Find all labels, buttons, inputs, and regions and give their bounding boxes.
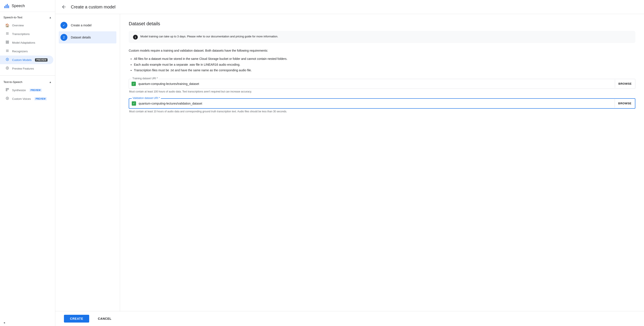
training-browse-button[interactable]: BROWSE bbox=[615, 80, 635, 88]
sidebar-item-label: Transcriptions bbox=[12, 32, 30, 36]
speech-to-text-header[interactable]: Speech-to-Text ▲ bbox=[0, 14, 55, 21]
collapse-icon: ◂ bbox=[4, 321, 5, 324]
sidebar-item-custom-models[interactable]: Custom Models PREVIEW bbox=[0, 56, 53, 64]
sidebar-item-recognizers[interactable]: Recognizers bbox=[0, 47, 53, 56]
main-content: Create a custom model ✓ Create a model 2… bbox=[55, 0, 644, 326]
dataset-title: Dataset details bbox=[129, 21, 635, 26]
back-button[interactable] bbox=[60, 4, 68, 10]
validation-uri-field-group: Validation dataset URI * ✓ BROWSE Must c… bbox=[129, 98, 635, 113]
svg-rect-16 bbox=[6, 88, 7, 90]
text-to-speech-header[interactable]: Text-to-Speech ▲ bbox=[0, 78, 55, 86]
home-icon: 🏠 bbox=[5, 23, 10, 28]
stepper-panel: ✓ Create a model 2 Dataset details bbox=[55, 14, 120, 311]
app-logo bbox=[4, 4, 9, 8]
svg-rect-18 bbox=[6, 90, 7, 91]
step-label: Create a model bbox=[71, 24, 92, 27]
svg-rect-4 bbox=[8, 41, 9, 42]
sidebar-item-custom-voices[interactable]: Custom Voices PREVIEW bbox=[0, 94, 53, 103]
sidebar-item-label: Model Adaptations bbox=[12, 41, 35, 44]
text-to-speech-label: Text-to-Speech bbox=[4, 80, 22, 84]
validation-uri-input[interactable] bbox=[136, 99, 615, 108]
training-uri-wrapper: Training dataset URI * ✓ BROWSE bbox=[129, 79, 635, 89]
chart-icon bbox=[5, 40, 10, 45]
validation-uri-hint: Must contain at least 10 hours of audio … bbox=[129, 110, 635, 113]
sidebar-item-label: Custom Models bbox=[12, 58, 32, 62]
requirement-item: Each audio example must be a separate .w… bbox=[134, 62, 635, 67]
step-label-active: Dataset details bbox=[71, 36, 91, 39]
requirements-list: All files for a dataset must be stored i… bbox=[129, 56, 635, 72]
text-to-speech-section: Text-to-Speech ▲ Synthesize PREVIEW Cust… bbox=[0, 76, 55, 105]
sidebar-collapse[interactable]: ◂ bbox=[0, 319, 55, 326]
svg-rect-5 bbox=[6, 42, 7, 44]
requirement-item: All files for a dataset must be stored i… bbox=[134, 56, 635, 61]
list-icon bbox=[5, 32, 10, 36]
preview-features-icon bbox=[5, 66, 10, 71]
chevron-up-icon-tts: ▲ bbox=[49, 80, 52, 84]
chevron-up-icon: ▲ bbox=[49, 16, 52, 19]
sidebar-header: Speech bbox=[0, 0, 55, 12]
svg-rect-17 bbox=[8, 88, 9, 90]
synthesize-icon bbox=[5, 88, 10, 92]
app-title: Speech bbox=[12, 4, 25, 8]
sidebar-item-label: Synthesize bbox=[12, 88, 26, 92]
preview-badge-custom-voices: PREVIEW bbox=[34, 97, 47, 100]
svg-rect-3 bbox=[6, 41, 7, 42]
sidebar-item-label: Recognizers bbox=[12, 50, 28, 53]
dataset-details-panel: Dataset details i Model training can tak… bbox=[120, 14, 644, 311]
bar-chart-icon bbox=[4, 4, 9, 8]
custom-models-icon bbox=[5, 58, 10, 62]
validation-uri-label: Validation dataset URI * bbox=[132, 96, 161, 100]
description-text: Custom models require a training and val… bbox=[129, 48, 635, 53]
top-bar: Create a custom model bbox=[55, 0, 644, 14]
sidebar-item-overview[interactable]: 🏠 Overview bbox=[0, 21, 53, 30]
sidebar-item-synthesize[interactable]: Synthesize PREVIEW bbox=[0, 86, 53, 94]
validation-check-icon: ✓ bbox=[132, 101, 136, 106]
preview-badge-synthesize: PREVIEW bbox=[29, 88, 42, 92]
training-uri-field-group: Training dataset URI * ✓ BROWSE Must con… bbox=[129, 79, 635, 93]
lines-icon bbox=[5, 49, 10, 53]
training-uri-input[interactable] bbox=[136, 79, 615, 88]
training-uri-label: Training dataset URI * bbox=[132, 77, 159, 80]
speech-to-text-section: Speech-to-Text ▲ 🏠 Overview Transcriptio… bbox=[0, 12, 55, 74]
info-text: Model training can take up to 3 days. Pl… bbox=[140, 34, 278, 39]
custom-voices-icon bbox=[5, 96, 10, 101]
info-icon: i bbox=[133, 35, 138, 40]
sidebar-item-label: Overview bbox=[12, 24, 24, 27]
action-bar: CREATE CANCEL bbox=[55, 311, 644, 326]
step-number: 2 bbox=[63, 36, 65, 39]
check-icon: ✓ bbox=[63, 24, 65, 27]
content-area: ✓ Create a model 2 Dataset details Datas… bbox=[55, 14, 644, 311]
validation-browse-button[interactable]: BROWSE bbox=[615, 99, 635, 108]
validation-uri-wrapper: Validation dataset URI * ✓ BROWSE bbox=[129, 98, 635, 109]
sidebar-item-preview-features[interactable]: Preview Features bbox=[0, 64, 53, 73]
sidebar-item-model-adaptations[interactable]: Model Adaptations bbox=[0, 38, 53, 47]
sidebar-item-label: Custom Voices bbox=[12, 97, 31, 100]
svg-rect-6 bbox=[8, 42, 9, 44]
cancel-button[interactable]: CANCEL bbox=[92, 315, 118, 322]
step-dataset-details[interactable]: 2 Dataset details bbox=[59, 31, 116, 44]
info-box: i Model training can take up to 3 days. … bbox=[129, 31, 635, 43]
training-uri-hint: Must contain at least 100 hours of audio… bbox=[129, 90, 635, 93]
page-title: Create a custom model bbox=[71, 4, 116, 10]
step-circle-active: 2 bbox=[60, 34, 68, 41]
sidebar-item-transcriptions[interactable]: Transcriptions bbox=[0, 30, 53, 38]
sidebar-item-label: Preview Features bbox=[12, 67, 34, 70]
speech-to-text-label: Speech-to-Text bbox=[4, 16, 22, 19]
step-circle-completed: ✓ bbox=[60, 22, 68, 29]
step-create-model[interactable]: ✓ Create a model bbox=[59, 19, 116, 31]
preview-badge: PREVIEW bbox=[35, 58, 48, 62]
sidebar: Speech Speech-to-Text ▲ 🏠 Overview Trans… bbox=[0, 0, 55, 326]
create-button[interactable]: CREATE bbox=[64, 315, 89, 322]
training-check-icon: ✓ bbox=[132, 82, 136, 86]
requirement-item: Transcription files must be .txt and hav… bbox=[134, 68, 635, 72]
